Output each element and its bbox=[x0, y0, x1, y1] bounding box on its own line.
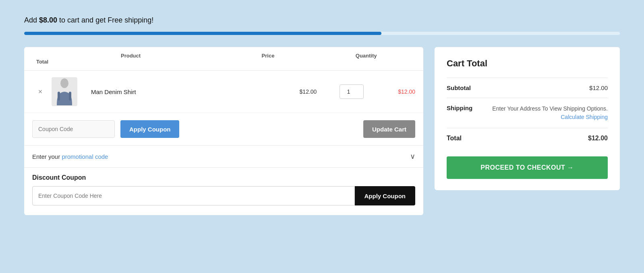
promo-section: Enter your promotional code ∨ bbox=[24, 146, 423, 168]
promo-header[interactable]: Enter your promotional code ∨ bbox=[24, 146, 423, 167]
col-qty-header: Quantity bbox=[317, 53, 415, 59]
cart-row: × Man Denim Shirt $12.00 $12.00 bbox=[24, 71, 423, 113]
shipping-info-line2: Options. bbox=[587, 105, 608, 112]
calculate-shipping-label: Calculate Shipping bbox=[561, 114, 608, 120]
update-cart-button[interactable]: Update Cart bbox=[363, 120, 415, 138]
cart-actions: Apply Coupon Update Cart bbox=[24, 113, 423, 146]
total-value: $12.00 bbox=[588, 135, 608, 142]
chevron-down-icon: ∨ bbox=[410, 152, 415, 161]
product-total: $12.00 bbox=[375, 88, 415, 95]
progress-bar-wrapper bbox=[24, 32, 620, 35]
subtotal-value: $12.00 bbox=[589, 84, 608, 91]
checkout-label: PROCEED TO CHECKOUT → bbox=[480, 164, 574, 171]
total-final-row: Total $12.00 bbox=[447, 128, 608, 148]
cart-table-panel: Product Price Quantity Total × Man Denim… bbox=[24, 47, 423, 215]
banner-prefix: Add bbox=[24, 16, 39, 24]
close-icon: × bbox=[38, 88, 43, 96]
free-shipping-banner: Add $8.00 to cart and get Free shipping! bbox=[24, 16, 620, 25]
discount-coupon-title: Discount Coupon bbox=[32, 174, 415, 181]
remove-item-button[interactable]: × bbox=[32, 87, 48, 96]
promo-text-link: promotional code bbox=[62, 153, 108, 160]
svg-rect-1 bbox=[58, 92, 60, 101]
calculate-shipping-link[interactable]: Calculate Shipping bbox=[492, 113, 608, 121]
apply-coupon-button[interactable]: Apply Coupon bbox=[120, 120, 179, 138]
svg-rect-2 bbox=[69, 92, 71, 101]
promo-header-text: Enter your promotional code bbox=[32, 153, 108, 160]
progress-bar-fill bbox=[24, 32, 381, 35]
update-cart-label: Update Cart bbox=[372, 126, 406, 133]
cart-total-title: Cart Total bbox=[447, 58, 608, 69]
coupon-code-input[interactable] bbox=[32, 120, 115, 138]
promo-text-plain: Enter your bbox=[32, 153, 62, 160]
checkout-button[interactable]: PROCEED TO CHECKOUT → bbox=[447, 156, 608, 179]
shipping-label: Shipping bbox=[447, 105, 472, 111]
subtotal-label: Subtotal bbox=[447, 84, 471, 91]
quantity-input[interactable] bbox=[340, 84, 364, 99]
cart-table-header: Product Price Quantity Total bbox=[24, 47, 423, 71]
shipping-row: Shipping Enter Your Address To View Ship… bbox=[447, 98, 608, 128]
discount-coupon-section: Discount Coupon Apply Coupon bbox=[24, 168, 423, 215]
apply-discount-label: Apply Coupon bbox=[364, 193, 406, 199]
col-price-header: Price bbox=[219, 53, 317, 59]
shipping-info: Enter Your Address To View Shipping Opti… bbox=[492, 105, 608, 121]
shipping-info-line1: Enter Your Address To View Shipping bbox=[492, 105, 585, 112]
product-image bbox=[54, 78, 75, 105]
banner-suffix: to cart and get Free shipping! bbox=[57, 16, 153, 24]
col-total-header: Total bbox=[32, 59, 48, 65]
total-label: Total bbox=[447, 135, 462, 142]
product-price: $12.00 bbox=[288, 88, 328, 95]
apply-discount-button[interactable]: Apply Coupon bbox=[355, 186, 415, 205]
col-product-header: Product bbox=[121, 53, 219, 59]
cart-total-panel: Cart Total Subtotal $12.00 Shipping Ente… bbox=[435, 47, 620, 190]
banner-amount: $8.00 bbox=[39, 16, 57, 24]
product-name: Man Denim Shirt bbox=[87, 88, 285, 95]
discount-coupon-row: Apply Coupon bbox=[32, 186, 415, 205]
svg-point-0 bbox=[60, 78, 68, 88]
discount-coupon-input[interactable] bbox=[32, 186, 355, 205]
apply-coupon-label: Apply Coupon bbox=[129, 126, 170, 133]
product-thumbnail bbox=[52, 77, 77, 106]
subtotal-row: Subtotal $12.00 bbox=[447, 78, 608, 98]
